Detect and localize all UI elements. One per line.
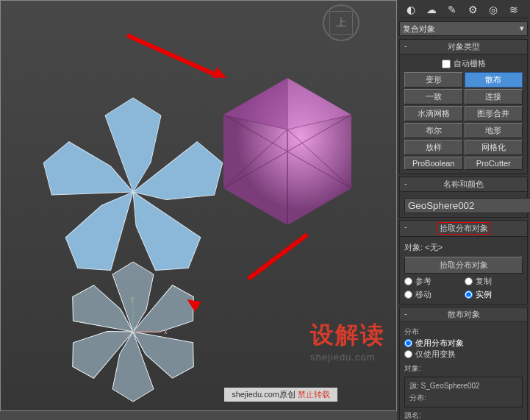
motion-icon[interactable]: ⚙: [467, 4, 479, 15]
command-panel: ◐ ☁ ✎ ⚙ ◎ ≋ 复合对象 ▾ - 对象类型 自动栅格 变形散布一致连接水…: [397, 0, 530, 420]
rollout-object-type: - 对象类型 自动栅格 变形散布一致连接水滴网格图形合并布尔地形放样网格化Pro…: [399, 39, 528, 174]
pick-distribution-button[interactable]: 拾取分布对象: [404, 257, 523, 274]
viewcube-face-top[interactable]: 上: [329, 11, 353, 35]
rollout-head-object-type[interactable]: - 对象类型: [400, 40, 527, 54]
watermark-bar-left: shejiedu.com原创: [232, 390, 298, 399]
collapse-icon: -: [404, 309, 407, 318]
svg-text:x: x: [164, 328, 168, 335]
use-transform-only-radio[interactable]: [404, 350, 412, 358]
type-btn-图形合并[interactable]: 图形合并: [465, 106, 523, 121]
utilities-icon[interactable]: ≋: [508, 4, 520, 15]
clone-radio-实例[interactable]: [465, 291, 473, 299]
clone-label: 实例: [476, 289, 492, 300]
clone-radio-参考[interactable]: [404, 277, 412, 285]
svg-text:y: y: [131, 295, 135, 302]
viewport-3d[interactable]: 上: [0, 0, 397, 411]
type-btn-proboolean[interactable]: ProBoolean: [404, 157, 463, 170]
object-type-grid: 变形散布一致连接水滴网格图形合并布尔地形放样网格化ProBooleanProCu…: [404, 72, 523, 170]
source-line: 源: S_GeoSphere002: [409, 380, 518, 392]
chevron-down-icon: ▾: [520, 24, 524, 33]
use-transform-only-label: 仅使用变换: [415, 349, 456, 360]
type-btn-地形[interactable]: 地形: [465, 123, 523, 138]
type-btn-水滴网格[interactable]: 水滴网格: [404, 106, 463, 121]
type-btn-变形[interactable]: 变形: [404, 72, 463, 88]
rollout-head-name-color[interactable]: - 名称和颜色: [400, 177, 527, 192]
rollout-title-highlighted: 拾取分布对象: [437, 222, 490, 235]
objects-label: 对象:: [404, 363, 523, 374]
type-btn-布尔[interactable]: 布尔: [404, 123, 463, 138]
rollout-head-pick-dist[interactable]: - 拾取分布对象: [400, 221, 527, 237]
type-btn-网格化[interactable]: 网格化: [465, 140, 523, 155]
annotation-arrow-2: [247, 232, 308, 280]
clone-label: 移动: [415, 289, 431, 300]
use-dist-object-radio[interactable]: [404, 339, 412, 347]
svg-text:z: z: [127, 333, 131, 341]
collapse-icon: -: [404, 179, 407, 188]
rollout-scatter: - 散布对象 分布 使用分布对象 仅使用变换 对象: 源: S_GeoSpher…: [399, 307, 528, 420]
paint-icon[interactable]: ✎: [446, 4, 458, 15]
rollout-name-color: - 名称和颜色: [399, 177, 528, 218]
viewcube[interactable]: 上: [323, 4, 359, 41]
watermark-logo: 设解读 shejiedu.com: [310, 319, 385, 363]
type-btn-散布[interactable]: 散布: [465, 72, 523, 88]
collapse-icon: -: [404, 222, 407, 231]
clone-radio-移动[interactable]: [404, 291, 412, 299]
rollout-title: 散布对象: [448, 310, 480, 318]
source-list-box[interactable]: 源: S_GeoSphere002 分布:: [404, 377, 523, 407]
type-btn-连接[interactable]: 连接: [465, 89, 523, 104]
object-name-input[interactable]: [404, 198, 530, 213]
geosphere-object: [207, 71, 368, 232]
source-name-label: 源名:: [404, 410, 523, 420]
watermark-bar: shejiedu.com原创 禁止转载: [224, 388, 337, 402]
dist-line: 分布:: [409, 392, 518, 404]
rollout-title: 对象类型: [448, 42, 480, 51]
rollout-title: 名称和颜色: [443, 179, 484, 188]
display-icon[interactable]: ◎: [487, 4, 499, 15]
type-btn-放样[interactable]: 放样: [404, 140, 463, 155]
clone-radio-复制[interactable]: [465, 277, 473, 285]
collapse-icon: -: [404, 41, 407, 50]
layers-icon[interactable]: ☁: [426, 4, 437, 15]
bottom-flower-object: y x z: [60, 258, 207, 405]
clone-mode-radios: 参考复制移动实例: [404, 276, 523, 300]
object-value: <无>: [425, 243, 443, 252]
rollout-head-scatter[interactable]: - 散布对象: [400, 307, 527, 322]
distribution-group-label: 分布: [404, 326, 523, 338]
watermark-subtext: shejiedu.com: [310, 352, 385, 363]
panel-tab-bar: ◐ ☁ ✎ ⚙ ◎ ≋: [399, 2, 528, 18]
type-btn-一致[interactable]: 一致: [404, 89, 463, 104]
autogrid-label: 自动栅格: [454, 58, 486, 69]
autogrid-checkbox[interactable]: [442, 60, 451, 68]
object-label: 对象:: [404, 243, 423, 252]
clone-label: 参考: [415, 276, 431, 287]
sphere-icon[interactable]: ◐: [405, 4, 417, 15]
rollout-pick-dist: - 拾取分布对象 对象: <无> 拾取分布对象 参考复制移动实例: [399, 220, 528, 305]
watermark-bar-right: 禁止转载: [298, 390, 330, 399]
watermark-text: 设解读: [310, 319, 385, 352]
type-btn-procutter[interactable]: ProCutter: [465, 157, 523, 170]
use-dist-object-label: 使用分布对象: [415, 338, 464, 349]
category-dropdown[interactable]: 复合对象 ▾: [399, 21, 528, 36]
dropdown-value: 复合对象: [403, 24, 435, 33]
annotation-arrow-1: [126, 33, 219, 77]
clone-label: 复制: [476, 276, 492, 287]
